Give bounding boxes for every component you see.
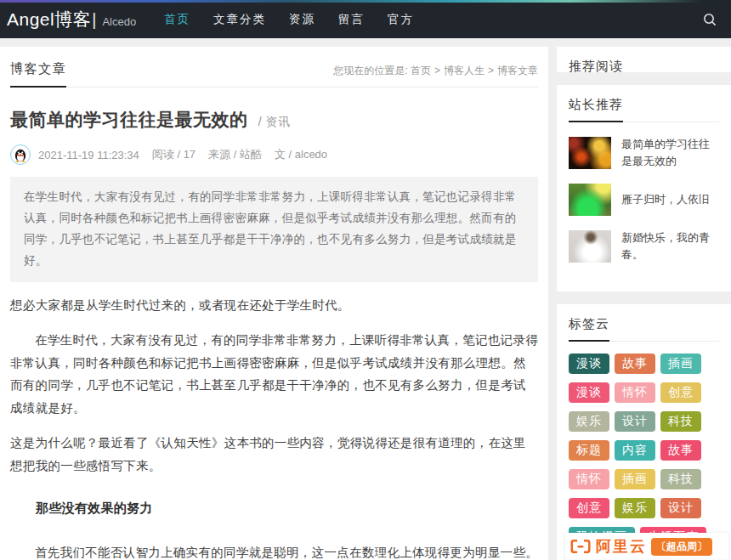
meta-source: 来源 / 站酷 (208, 147, 262, 162)
recommend-item-title: 雁子归时，人依旧 (621, 191, 710, 208)
ad-brand-text: 阿里云 (596, 536, 647, 557)
webmaster-recommend-list: 最简单的学习往往是最无效的雁子归时，人依旧新婚快乐，我的青春。 (569, 136, 719, 264)
page-body: 博客文章 您现在的位置是: 首页>博客人生>博客文章 最简单的学习往往是最无效的… (0, 38, 731, 560)
recommend-item-1[interactable]: 雁子归时，人依旧 (569, 184, 719, 216)
search-button[interactable] (702, 12, 717, 27)
tag-4[interactable]: 情怀 (615, 382, 655, 403)
page-title: 博客文章 (10, 60, 66, 88)
tag-cloud-title: 标签云 (569, 316, 609, 342)
tag-13[interactable]: 插画 (615, 469, 655, 489)
search-icon (702, 12, 717, 27)
tag-10[interactable]: 内容 (615, 440, 655, 461)
ad-badge: 〔超品周〕 (651, 538, 712, 556)
nav-item-3[interactable]: 留言 (338, 12, 365, 27)
nav-gradient-strip (0, 0, 731, 3)
tag-cloud-head: 标签云 (569, 316, 719, 342)
tag-7[interactable]: 设计 (615, 411, 655, 432)
recommend-item-title: 新婚快乐，我的青春。 (621, 229, 719, 263)
article-paragraph-0: 想必大家都是从学生时代过来的，或者现在还处于学生时代。 (10, 294, 538, 317)
article-category[interactable]: / 资讯 (258, 115, 291, 128)
recommend-item-title: 最简单的学习往往是最无效的 (621, 136, 719, 170)
webmaster-recommend-head: 站长推荐 (569, 97, 719, 122)
aliyun-ad-banner[interactable]: 阿里云 〔超品周〕 (565, 533, 728, 560)
article-subheading: 那些没有效果的努力 (10, 496, 538, 520)
ad-logo-row: 阿里云 〔超品周〕 (565, 533, 728, 558)
tag-8[interactable]: 科技 (660, 411, 701, 432)
nav-item-0[interactable]: 首页 (164, 12, 190, 27)
category-separator: / (258, 115, 262, 128)
nav-item-1[interactable]: 文章分类 (213, 12, 266, 27)
logo-subtitle: Alcedo (102, 15, 136, 28)
section-head: 博客文章 您现在的位置是: 首页>博客人生>博客文章 (10, 47, 538, 88)
tag-list: 漫谈故事插画漫谈情怀创意娱乐设计科技标题内容故事情怀插画科技创意娱乐设计恐怖漫画… (569, 354, 719, 560)
nav-menu: 首页文章分类资源留言官方 (164, 12, 414, 27)
tag-14[interactable]: 科技 (660, 469, 701, 489)
tag-11[interactable]: 故事 (660, 440, 701, 461)
breadcrumb-link-0[interactable]: 首页 (411, 65, 431, 76)
avatar[interactable] (10, 144, 31, 165)
recommended-reading-head: 推荐阅读 (569, 59, 719, 72)
night-street-lights-thumbnail (569, 137, 611, 169)
breadcrumb-link-2[interactable]: 博客文章 (497, 65, 538, 76)
breadcrumb: 您现在的位置是: 首页>博客人生>博客文章 (333, 64, 538, 87)
tag-6[interactable]: 娱乐 (569, 411, 609, 432)
logo-text: Angel博客 (7, 8, 91, 31)
webmaster-recommend-title: 站长推荐 (569, 97, 623, 122)
article-paragraph-1: 在学生时代，大家有没有见过，有的同学非常非常努力，上课听得非常认真，笔记也记录得… (10, 329, 538, 420)
article-title: 最简单的学习往往是最无效的 / 资讯 (10, 108, 538, 132)
article-paragraph-2: 这是为什么呢？最近看了《认知天性》这本书的一些内容，觉得说得还是很有道理的，在这… (10, 432, 538, 478)
meta-author: 文 / alcedo (275, 147, 327, 162)
article-body: 想必大家都是从学生时代过来的，或者现在还处于学生时代。在学生时代，大家有没有见过… (10, 294, 538, 560)
article-paragraph-4: 首先我们不能否认智力上确实有的同学就是聪明，这一点在数理化上体现得更为明显一些。… (10, 541, 538, 560)
meta-datetime: 2021-11-19 11:23:34 (38, 149, 139, 161)
tag-cloud-card: 标签云 漫谈故事插画漫谈情怀创意娱乐设计科技标题内容故事情怀插画科技创意娱乐设计… (557, 304, 731, 560)
category-label: 资讯 (266, 115, 291, 128)
breadcrumb-link-1[interactable]: 博客人生 (444, 65, 484, 76)
tag-9[interactable]: 标题 (569, 440, 609, 461)
tag-3[interactable]: 漫谈 (569, 382, 609, 403)
bride-portrait-thumbnail (569, 230, 611, 263)
tag-0[interactable]: 漫谈 (569, 354, 609, 374)
tag-1[interactable]: 故事 (615, 354, 655, 374)
recommended-reading-title: 推荐阅读 (569, 59, 623, 72)
article-card: 博客文章 您现在的位置是: 首页>博客人生>博客文章 最简单的学习往往是最无效的… (0, 47, 548, 560)
recommend-item-2[interactable]: 新婚快乐，我的青春。 (569, 229, 719, 263)
tag-2[interactable]: 插画 (660, 354, 701, 374)
nav-item-4[interactable]: 官方 (388, 12, 414, 27)
penguin-avatar-icon (12, 146, 29, 163)
article-quote: 在学生时代，大家有没有见过，有的同学非常非常努力，上课听得非常认真，笔记也记录得… (10, 177, 538, 282)
article-meta: 2021-11-19 11:23:34 阅读 / 17 来源 / 站酷 文 / … (10, 144, 538, 165)
tag-12[interactable]: 情怀 (569, 469, 609, 489)
breadcrumb-prefix: 您现在的位置是: (333, 65, 407, 76)
webmaster-recommend-card: 站长推荐 最简单的学习往往是最无效的雁子归时，人依旧新婚快乐，我的青春。 (557, 85, 731, 291)
nav-item-2[interactable]: 资源 (289, 12, 315, 27)
meta-reads: 阅读 / 17 (152, 147, 196, 162)
tag-16[interactable]: 娱乐 (615, 498, 655, 518)
article-title-text: 最简单的学习往往是最无效的 (10, 110, 248, 129)
tag-5[interactable]: 创意 (660, 382, 701, 403)
recommend-item-0[interactable]: 最简单的学习往往是最无效的 (569, 136, 719, 170)
site-logo[interactable]: Angel博客 | Alcedo (0, 8, 157, 31)
breadcrumb-separator: > (434, 65, 440, 76)
tag-17[interactable]: 设计 (660, 498, 701, 518)
breadcrumb-separator: > (488, 65, 494, 76)
tag-15[interactable]: 创意 (569, 498, 609, 518)
aliyun-logo-icon (570, 538, 592, 555)
top-nav: Angel博客 | Alcedo 首页文章分类资源留言官方 (0, 0, 731, 38)
logo-divider: | (92, 10, 96, 30)
recommended-reading-card: 推荐阅读 (557, 47, 731, 72)
green-garden-pond-thumbnail (569, 184, 611, 216)
sidebar: 推荐阅读 站长推荐 最简单的学习往往是最无效的雁子归时，人依旧新婚快乐，我的青春… (557, 47, 731, 560)
